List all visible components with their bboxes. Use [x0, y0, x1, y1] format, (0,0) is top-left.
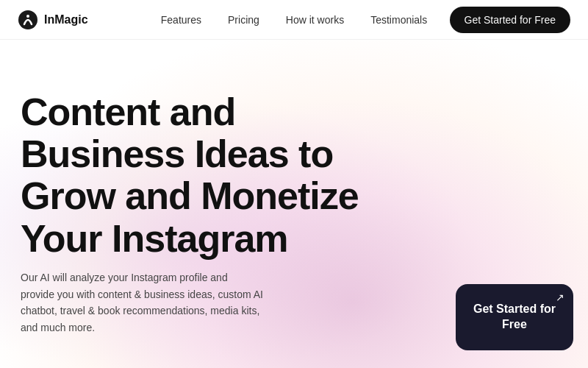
logo-text: InMagic [44, 13, 88, 26]
hero-title: Content and Business Ideas to Grow and M… [21, 91, 381, 260]
logo[interactable]: InMagic [18, 10, 88, 30]
cta-card[interactable]: ↗ Get Started for Free [456, 284, 573, 350]
cta-card-label: Get Started for Free [456, 302, 573, 333]
nav-cta-button[interactable]: Get Started for Free [450, 7, 571, 33]
nav-link-pricing[interactable]: Pricing [228, 14, 259, 26]
navbar: InMagic Features Pricing How it works Te… [0, 0, 588, 40]
hero-subtitle: Our AI will analyze your Instagram profi… [21, 269, 263, 336]
svg-point-1 [26, 15, 29, 18]
hero-content: Content and Business Ideas to Grow and M… [0, 40, 588, 260]
logo-icon [18, 10, 38, 30]
nav-link-testimonials[interactable]: Testimonials [370, 14, 427, 26]
nav-links: Features Pricing How it works Testimonia… [161, 14, 427, 26]
nav-link-how-it-works[interactable]: How it works [286, 14, 344, 26]
hero-section: Content and Business Ideas to Grow and M… [0, 40, 588, 368]
nav-link-features[interactable]: Features [161, 14, 201, 26]
cta-card-arrow-icon: ↗ [556, 291, 564, 303]
